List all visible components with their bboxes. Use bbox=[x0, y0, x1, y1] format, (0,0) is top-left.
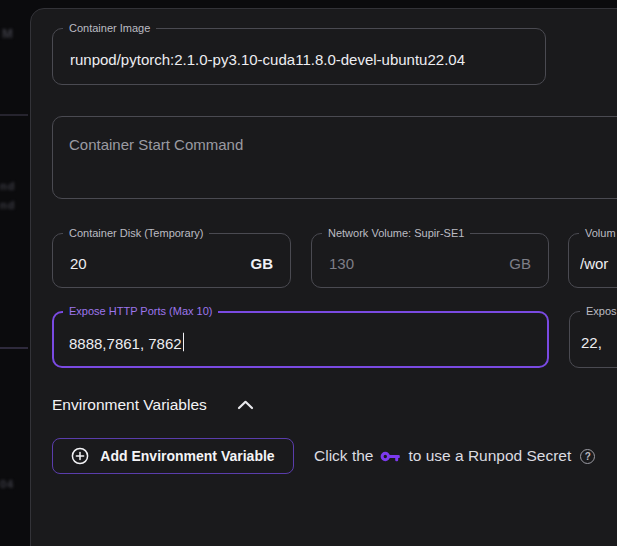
volume-mount-path-field[interactable]: Volum /wor bbox=[568, 233, 617, 288]
expose-tcp-ports-input[interactable]: 22, bbox=[581, 333, 602, 350]
expose-http-ports-label: Expose HTTP Ports (Max 10) bbox=[63, 304, 218, 319]
plus-circle-icon bbox=[71, 447, 89, 465]
container-image-field[interactable]: Container Image runpod/pytorch:2.1.0-py3… bbox=[52, 28, 546, 85]
background-fragment: nd bbox=[0, 199, 15, 211]
expose-tcp-ports-label: Expos bbox=[580, 304, 617, 319]
chevron-up-icon[interactable] bbox=[237, 400, 254, 410]
container-disk-unit: GB bbox=[251, 254, 274, 271]
help-icon[interactable]: ? bbox=[580, 449, 595, 464]
secret-hint-prefix: Click the bbox=[314, 447, 373, 465]
start-command-placeholder: Container Start Command bbox=[69, 136, 243, 153]
background-fragment: M bbox=[2, 26, 14, 41]
container-disk-field[interactable]: Container Disk (Temporary) 20 GB bbox=[52, 233, 291, 288]
start-command-input[interactable]: Container Start Command bbox=[52, 116, 617, 199]
add-environment-variable-button[interactable]: Add Environment Variable bbox=[52, 438, 294, 474]
background-divider bbox=[0, 114, 28, 116]
background-fragment: nd bbox=[0, 180, 15, 192]
network-volume-field: Network Volume: Supir-SE1 130 GB bbox=[311, 233, 549, 288]
background-divider bbox=[0, 347, 28, 349]
add-environment-variable-label: Add Environment Variable bbox=[100, 448, 274, 464]
container-disk-label: Container Disk (Temporary) bbox=[63, 226, 209, 241]
key-icon[interactable] bbox=[380, 450, 401, 463]
expose-http-ports-field[interactable]: Expose HTTP Ports (Max 10) 8888,7861, 78… bbox=[52, 311, 549, 368]
text-cursor bbox=[183, 332, 185, 351]
network-volume-label: Network Volume: Supir-SE1 bbox=[322, 226, 470, 241]
container-image-input[interactable]: runpod/pytorch:2.1.0-py3.10-cuda11.8.0-d… bbox=[70, 50, 465, 67]
network-volume-input: 130 bbox=[329, 254, 354, 271]
expose-http-ports-input[interactable]: 8888,7861, 7862 bbox=[69, 334, 182, 351]
expose-tcp-ports-field[interactable]: Expos 22, bbox=[569, 311, 617, 368]
environment-variables-title: Environment Variables bbox=[52, 396, 207, 414]
environment-variables-header[interactable]: Environment Variables bbox=[52, 396, 254, 414]
volume-mount-path-label: Volum bbox=[579, 226, 617, 241]
secret-hint-suffix: to use a Runpod Secret bbox=[408, 447, 571, 465]
container-disk-input[interactable]: 20 bbox=[70, 254, 87, 271]
container-image-label: Container Image bbox=[63, 21, 156, 36]
network-volume-unit: GB bbox=[509, 254, 531, 271]
pod-config-panel: Container Image runpod/pytorch:2.1.0-py3… bbox=[30, 8, 617, 546]
volume-mount-path-input[interactable]: /wor bbox=[580, 254, 608, 271]
background-fragment: 04 bbox=[0, 478, 14, 490]
runpod-secret-hint: Click the to use a Runpod Secret ? bbox=[314, 438, 595, 474]
